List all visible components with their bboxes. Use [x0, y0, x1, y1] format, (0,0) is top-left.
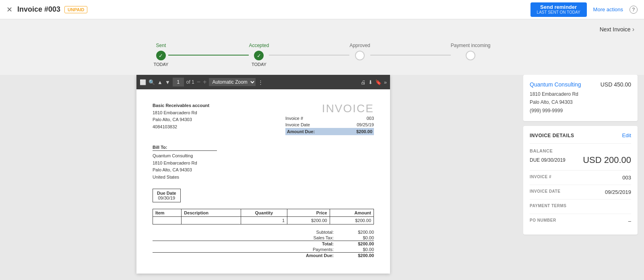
content: Next Invoice › Sent ✓ TODAY Accepted ✓ T… [0, 19, 644, 280]
client-name[interactable]: Quantum Consulting [530, 81, 581, 88]
zoom-in-icon[interactable]: + [203, 78, 206, 86]
invoice-title: Invoice #003 [17, 5, 60, 14]
next-page-icon[interactable]: ▼ [165, 79, 170, 85]
pdf-area: ⬜ 🔍 ▲ ▼ of 1 − + Automatic Zoom 50% 75% … [0, 75, 523, 280]
last-sent-label: LAST SENT ON TODAY [537, 10, 580, 15]
balance-due-label: DUE 09/30/2019 [530, 157, 566, 163]
pdf-col-description: Description [182, 209, 241, 217]
pdf-tax-label: Sales Tax: [301, 235, 334, 240]
zoom-menu-icon[interactable]: ⋮ [258, 79, 263, 85]
pdf-invoice-date-value: 09/25/19 [357, 122, 374, 127]
pdf-viewer: ⬜ 🔍 ▲ ▼ of 1 − + Automatic Zoom 50% 75% … [136, 75, 390, 274]
step-date-sent: TODAY [153, 62, 168, 67]
main-body: ⬜ 🔍 ▲ ▼ of 1 − + Automatic Zoom 50% 75% … [0, 75, 644, 280]
step-label-approved: Approved [349, 43, 370, 48]
help-icon[interactable]: ? [630, 6, 638, 14]
pdf-bill-company: Quantum Consulting [153, 152, 374, 160]
pdf-col-quantity: Quantity [241, 209, 287, 217]
pdf-content: Basic Receivables account 1810 Embarcade… [136, 89, 390, 271]
pdf-header-row: Basic Receivables account 1810 Embarcade… [153, 102, 374, 135]
print-icon[interactable]: 🖨 [361, 79, 366, 85]
balance-amount: USD 200.00 [583, 155, 631, 165]
bookmark-icon[interactable]: 🔖 [375, 79, 382, 85]
detail-field-payment-terms: PAYMENT TERMS [530, 199, 631, 214]
pdf-invoice-num-value: 003 [367, 116, 374, 121]
details-header: INVOICE DETAILS Edit [530, 132, 631, 138]
pdf-phone: 4084103832 [153, 124, 209, 131]
detail-value-invoice-date: 09/25/2019 [605, 189, 631, 195]
pdf-amountdue-row: Amount Due: $200.00 [153, 252, 374, 258]
pdf-amountdue-label: Amount Due: [301, 253, 334, 258]
detail-value-invoice-num: 003 [622, 175, 631, 181]
client-amount: USD 450.00 [601, 81, 631, 88]
progress-line-3 [370, 55, 451, 56]
edit-link[interactable]: Edit [622, 132, 631, 138]
progress-step-approved: Approved [349, 43, 370, 62]
pdf-row-description [182, 217, 241, 224]
next-invoice-label: Next Invoice [600, 26, 631, 33]
pdf-totals: Subtotal: $200.00 Sales Tax: $0.00 Total… [153, 229, 374, 258]
progress-step-sent: Sent ✓ TODAY [153, 43, 168, 67]
pdf-invoice-date-label: Invoice Date [285, 122, 310, 127]
progress-line-1 [168, 55, 249, 56]
pdf-bill-country: United States [153, 174, 374, 181]
prev-page-icon[interactable]: ▲ [157, 79, 163, 85]
step-circle-approved [355, 51, 365, 60]
pdf-from-address: Basic Receivables account 1810 Embarcade… [153, 102, 209, 130]
sidebar-toggle-icon[interactable]: ⬜ [140, 79, 146, 85]
nav-row: Next Invoice › [0, 19, 644, 33]
details-title: INVOICE DETAILS [530, 133, 574, 138]
client-address: 1810 Embarcadero Rd Palo Alto, CA 94303 … [530, 90, 581, 115]
detail-value-po-number: – [628, 218, 631, 224]
client-phone: (999) 999-9999 [530, 107, 581, 115]
download-icon[interactable]: ⬇ [368, 79, 373, 85]
more-tools-icon[interactable]: » [384, 79, 387, 85]
pdf-bill-label: Bill To: [153, 145, 217, 151]
pdf-subtotal-label: Subtotal: [301, 230, 334, 235]
pdf-amountdue-value: $200.00 [350, 253, 374, 258]
zoom-select[interactable]: Automatic Zoom 50% 75% 100% [209, 78, 256, 86]
pdf-row-quantity: 1 [241, 217, 287, 224]
client-addr2: Palo Alto, CA 94303 [530, 98, 581, 106]
check-icon-accepted: ✓ [257, 53, 261, 59]
progress-section: Sent ✓ TODAY Accepted ✓ TODAY Approved [0, 33, 644, 75]
client-addr1: 1810 Embarcadero Rd [530, 90, 581, 98]
pdf-col-amount: Amount [330, 209, 374, 217]
search-icon[interactable]: 🔍 [149, 79, 155, 85]
step-label-accepted: Accepted [249, 43, 269, 48]
pdf-col-price: Price [287, 209, 330, 217]
pdf-amount-due-row: Amount Due: $200.00 [285, 128, 374, 135]
pdf-amount-due-label: Amount Due: [287, 129, 315, 134]
pdf-subtotal-value: $200.00 [350, 230, 374, 235]
progress-track: Sent ✓ TODAY Accepted ✓ TODAY Approved [153, 43, 490, 67]
pdf-invoice-num-row: Invoice # 003 [285, 115, 374, 121]
step-label-sent: Sent [156, 43, 166, 48]
pdf-invoice-date-row: Invoice Date 09/25/19 [285, 121, 374, 128]
invoice-details-card: INVOICE DETAILS Edit BALANCE DUE 09/30/2… [523, 126, 638, 235]
pdf-amount-due-value: $200.00 [356, 129, 372, 134]
next-invoice-link[interactable]: Next Invoice › [600, 26, 634, 33]
close-icon[interactable]: ✕ [6, 5, 12, 14]
page-number-input[interactable] [173, 78, 184, 86]
send-reminder-button[interactable]: Send reminder LAST SENT ON TODAY [530, 2, 587, 17]
pdf-address1: 1810 Embarcadero Rd [153, 109, 209, 117]
pdf-table-row: 1 $200.00 $200.00 [153, 217, 374, 224]
detail-field-invoice-date: INVOICE DATE 09/25/2019 [530, 185, 631, 199]
pdf-items-table: Item Description Quantity Price Amount [153, 209, 374, 224]
pdf-bill-addr1: 1810 Embarcadero Rd [153, 160, 374, 167]
pdf-payments-row: Payments: $0.00 [153, 247, 374, 252]
pdf-total-label: Total: [301, 241, 334, 246]
pdf-toolbar: ⬜ 🔍 ▲ ▼ of 1 − + Automatic Zoom 50% 75% … [136, 75, 390, 89]
detail-label-invoice-date: INVOICE DATE [530, 189, 560, 194]
page-total-label: of 1 [186, 79, 194, 85]
more-actions-link[interactable]: More actions [593, 6, 623, 12]
pdf-tax-row: Sales Tax: $0.00 [153, 235, 374, 241]
pdf-bill-address: Quantum Consulting 1810 Embarcadero Rd P… [153, 152, 374, 181]
step-circle-payment [466, 51, 475, 60]
pdf-bill-addr2: Palo Alto, CA 94303 [153, 167, 374, 174]
detail-label-payment-terms: PAYMENT TERMS [530, 204, 567, 208]
zoom-out-icon[interactable]: − [197, 78, 200, 86]
progress-line-2 [269, 55, 349, 56]
client-card: Quantum Consulting 1810 Embarcadero Rd P… [523, 75, 638, 121]
pdf-row-amount: $200.00 [330, 217, 374, 224]
